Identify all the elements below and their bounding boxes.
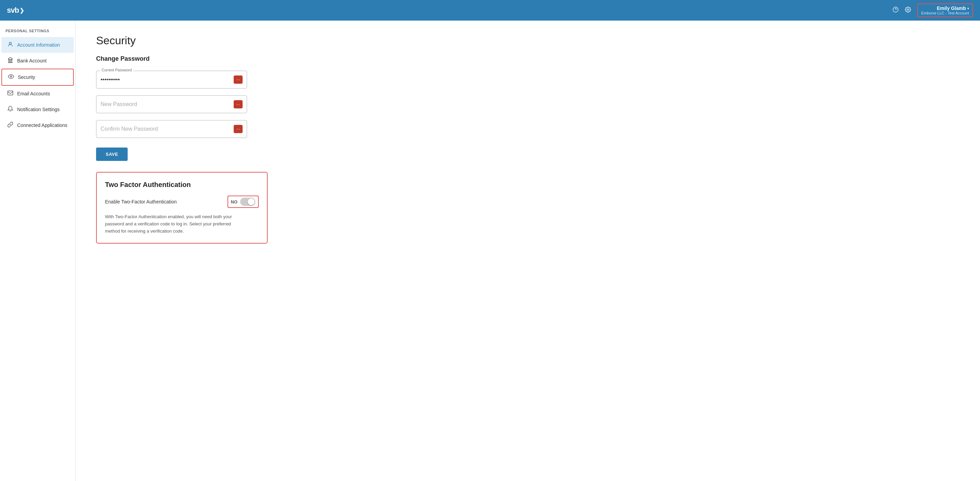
bank-icon xyxy=(7,57,14,65)
sidebar-item-account-information[interactable]: Account Information xyxy=(2,37,74,53)
confirm-password-more-button[interactable]: ··· xyxy=(234,125,243,133)
sidebar-item-bank-account[interactable]: Bank Account xyxy=(2,53,74,68)
user-chevron-icon: ▾ xyxy=(967,6,969,10)
new-password-more-button[interactable]: ··· xyxy=(234,100,243,108)
user-account: Emburse LLC - Test Account xyxy=(921,11,969,15)
tfa-status-label: NO xyxy=(231,199,238,205)
save-button[interactable]: SAVE xyxy=(96,148,128,161)
tfa-enable-label: Enable Two-Factor Authentication xyxy=(105,199,177,205)
mail-icon xyxy=(7,90,14,97)
sidebar: PERSONAL SETTINGS Account Information Ba… xyxy=(0,21,75,481)
svg-point-2 xyxy=(907,9,909,10)
change-password-title: Change Password xyxy=(96,55,959,62)
new-password-group: ··· xyxy=(96,95,247,113)
sidebar-item-security[interactable]: Security xyxy=(2,68,74,86)
sidebar-item-email-accounts[interactable]: Email Accounts xyxy=(2,86,74,102)
svg-point-3 xyxy=(9,42,11,44)
current-password-more-button[interactable]: ··· xyxy=(234,76,243,84)
sidebar-item-label: Email Accounts xyxy=(17,91,50,97)
tfa-row: Enable Two-Factor Authentication NO xyxy=(105,195,259,208)
current-password-input-wrapper: ··· xyxy=(96,71,247,89)
confirm-password-input[interactable] xyxy=(100,126,234,132)
sidebar-item-notification-settings[interactable]: Notification Settings xyxy=(2,102,74,117)
eye-icon xyxy=(8,73,14,81)
page-title: Security xyxy=(96,34,959,47)
svg-point-4 xyxy=(10,76,12,78)
confirm-password-group: ··· xyxy=(96,120,247,138)
tfa-card: Two Factor Authentication Enable Two-Fac… xyxy=(96,172,268,244)
sidebar-item-label: Connected Applications xyxy=(17,122,67,128)
main-content: Security Change Password Current Passwor… xyxy=(75,21,980,481)
layout: PERSONAL SETTINGS Account Information Ba… xyxy=(0,21,980,481)
logo[interactable]: svb ❯ xyxy=(7,6,24,15)
user-name: Emily Glamb xyxy=(937,5,966,11)
sidebar-item-connected-applications[interactable]: Connected Applications xyxy=(2,117,74,133)
confirm-password-input-wrapper: ··· xyxy=(96,120,247,138)
user-menu[interactable]: Emily Glamb ▾ Emburse LLC - Test Account xyxy=(917,3,973,17)
sidebar-item-label: Account Information xyxy=(17,42,60,48)
new-password-input-wrapper: ··· xyxy=(96,95,247,113)
logo-chevron: ❯ xyxy=(19,7,24,14)
tfa-description: With Two-Factor Authentication enabled, … xyxy=(105,213,242,235)
current-password-label: Current Password xyxy=(100,68,133,72)
link-icon xyxy=(7,121,14,129)
person-icon xyxy=(7,41,14,49)
header: svb ❯ Emily Glamb ▾ Emburse LLC - Test A… xyxy=(0,0,980,21)
sidebar-item-label: Security xyxy=(18,75,35,80)
tfa-toggle-wrapper: NO xyxy=(228,195,259,208)
current-password-group: Current Password ··· xyxy=(96,71,247,89)
tfa-title: Two Factor Authentication xyxy=(105,181,259,189)
new-password-input[interactable] xyxy=(100,101,234,107)
bell-icon xyxy=(7,106,14,113)
help-icon[interactable] xyxy=(892,6,899,14)
header-right: Emily Glamb ▾ Emburse LLC - Test Account xyxy=(892,3,973,17)
tfa-toggle[interactable] xyxy=(240,198,255,206)
current-password-input[interactable] xyxy=(100,76,234,83)
svg-rect-5 xyxy=(8,91,13,95)
sidebar-item-label: Notification Settings xyxy=(17,107,60,112)
logo-text: svb xyxy=(7,6,19,15)
sidebar-item-label: Bank Account xyxy=(17,58,47,63)
settings-icon[interactable] xyxy=(905,6,911,14)
sidebar-section-label: PERSONAL SETTINGS xyxy=(0,29,75,37)
